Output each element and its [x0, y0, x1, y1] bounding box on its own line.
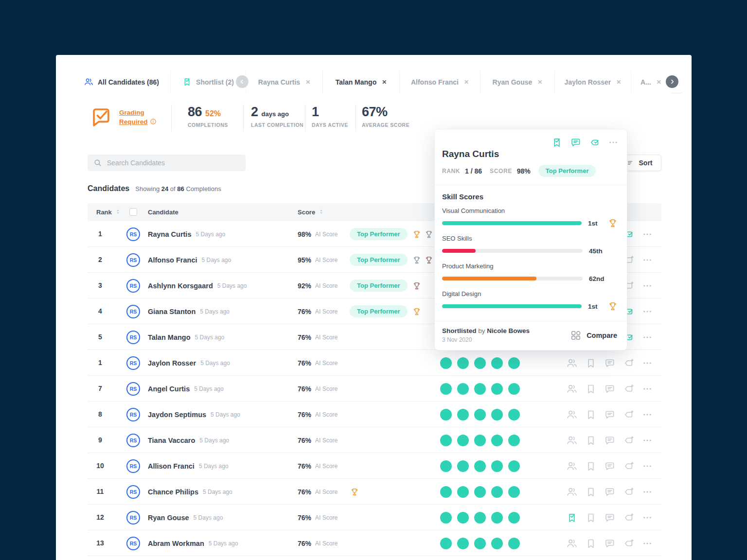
tag-plus-icon[interactable] [623, 358, 642, 368]
users-icon[interactable] [567, 487, 586, 497]
more-options-icon[interactable] [642, 358, 661, 368]
candidate-name: Ashlynn Korsgaard [148, 282, 213, 290]
more-options-icon[interactable] [642, 255, 661, 265]
table-row[interactable]: 1RSJaylon Rosser5 Days ago76%AI Score [88, 350, 661, 376]
tag-plus-icon[interactable] [623, 461, 642, 472]
table-row[interactable]: 9RSTiana Vaccaro5 Days ago76%AI Score [88, 427, 661, 453]
comment-icon[interactable] [605, 409, 623, 420]
bookmark-icon[interactable] [586, 538, 605, 549]
comment-icon[interactable] [605, 538, 623, 549]
search-box[interactable] [88, 155, 246, 171]
close-tab-icon[interactable]: ✕ [616, 79, 621, 86]
comment-icon[interactable] [605, 512, 623, 523]
trophies [412, 307, 422, 316]
table-row[interactable]: 10RSAllison Franci5 Days ago76%AI Score [88, 453, 661, 479]
bookmark-icon[interactable] [586, 512, 605, 523]
bookmark-icon[interactable] [586, 461, 605, 472]
tag-plus-icon[interactable] [623, 409, 642, 420]
bookmark-check-icon[interactable] [567, 512, 586, 523]
tab-label: All Candidates (86) [98, 78, 159, 86]
comment-icon[interactable] [605, 487, 623, 497]
more-options-icon[interactable] [642, 281, 661, 291]
more-options-icon[interactable] [642, 384, 661, 394]
close-tab-icon[interactable]: ✕ [537, 79, 542, 86]
score-dots [440, 350, 520, 376]
more-options-icon[interactable] [642, 539, 661, 548]
tab-alfonso-franci[interactable]: Alfonso Franci✕ [399, 70, 480, 93]
users-icon[interactable] [567, 358, 586, 368]
column-header-score[interactable]: Score [298, 203, 324, 221]
candidate-time: 5 Days ago [211, 411, 240, 418]
table-row[interactable]: 11RSChance Philips5 Days ago76%AI Score [88, 479, 661, 505]
compare-grid-icon [570, 330, 582, 341]
score-value: 76% [298, 488, 311, 496]
more-options-icon[interactable] [642, 436, 661, 445]
search-input[interactable] [107, 159, 240, 167]
select-all-checkbox[interactable] [129, 208, 137, 216]
more-options-icon[interactable] [642, 513, 661, 523]
score-label: AI Score [315, 463, 338, 470]
tab-bar: All Candidates (86)Shortlist (2)Rayna Cu… [73, 70, 682, 93]
score-value: 76% [298, 411, 311, 419]
bookmark-check-icon[interactable] [551, 137, 562, 148]
users-icon[interactable] [567, 384, 586, 394]
more-options-icon[interactable] [608, 138, 618, 147]
users-icon[interactable] [567, 409, 586, 420]
tag-plus-icon[interactable] [623, 512, 642, 523]
table-row[interactable]: 13RSAbram Workman5 Days ago76%AI Score [88, 530, 661, 556]
compare-button[interactable]: Compare [570, 330, 617, 341]
close-tab-icon[interactable]: ✕ [305, 79, 310, 86]
bookmark-icon[interactable] [586, 435, 605, 446]
more-options-icon[interactable] [642, 229, 661, 239]
table-row[interactable]: 7RSAngel Curtis5 Days ago76%AI Score [88, 376, 661, 402]
score-dots [440, 479, 520, 505]
column-header-rank[interactable]: Rank [96, 203, 121, 221]
tabs-scroll-left-button[interactable] [236, 75, 249, 88]
tab-a[interactable]: A...✕ [631, 70, 671, 93]
more-options-icon[interactable] [642, 332, 661, 342]
more-options-icon[interactable] [642, 487, 661, 497]
bookmark-icon[interactable] [586, 409, 605, 420]
more-options-icon[interactable] [642, 307, 661, 316]
row-actions [567, 376, 661, 402]
table-row[interactable]: 8RSJaydon Septimus5 Days ago76%AI Score [88, 402, 661, 427]
column-header-candidate[interactable]: Candidate [148, 203, 178, 221]
bookmark-icon[interactable] [586, 358, 605, 368]
score-dot [440, 538, 452, 549]
tab-rayna-curtis[interactable]: Rayna Curtis✕ [246, 70, 322, 93]
bookmark-icon[interactable] [586, 384, 605, 394]
tab-jaylon-rosser[interactable]: Jaylon Rosser✕ [554, 70, 631, 93]
users-icon[interactable] [567, 538, 586, 549]
comment-icon[interactable] [605, 358, 623, 368]
table-row[interactable]: 12RSRyan Gouse5 Days ago76%AI Score [88, 505, 661, 530]
tag-plus-icon[interactable] [623, 435, 642, 446]
tabs-scroll-right-button[interactable] [666, 75, 678, 88]
tab-shortlist-2[interactable]: Shortlist (2) [170, 70, 246, 93]
bookmark-icon[interactable] [586, 487, 605, 497]
close-tab-icon[interactable]: ✕ [464, 79, 469, 86]
comment-icon[interactable] [605, 461, 623, 472]
tab-talan-mango[interactable]: Talan Mango✕ [322, 70, 399, 93]
comment-icon[interactable] [570, 137, 581, 148]
more-options-icon[interactable] [642, 410, 661, 420]
close-tab-icon[interactable]: ✕ [657, 79, 661, 86]
tag-plus-icon[interactable] [623, 538, 642, 549]
candidate-name: Giana Stanton [148, 308, 196, 315]
close-tab-icon[interactable]: ✕ [382, 79, 387, 86]
grading-required-link[interactable]: Grading Required [90, 105, 157, 130]
comment-icon[interactable] [605, 384, 623, 394]
badge-trophy-cell: Top Performer [350, 298, 422, 324]
more-options-icon[interactable] [642, 461, 661, 471]
score-dot [474, 357, 486, 369]
tab-all-candidates-86[interactable]: All Candidates (86) [73, 70, 170, 93]
tab-ryan-gouse[interactable]: Ryan Gouse✕ [480, 70, 554, 93]
row-rank: 7 [88, 376, 113, 402]
score-cell: 76%AI Score [298, 350, 338, 376]
comment-icon[interactable] [605, 435, 623, 446]
tag-plus-icon[interactable] [623, 384, 642, 394]
users-icon[interactable] [567, 435, 586, 446]
users-icon[interactable] [567, 461, 586, 472]
tag-check-icon[interactable] [589, 137, 600, 148]
skill-row: Visual Communication1st [442, 207, 618, 228]
tag-plus-icon[interactable] [623, 487, 642, 497]
